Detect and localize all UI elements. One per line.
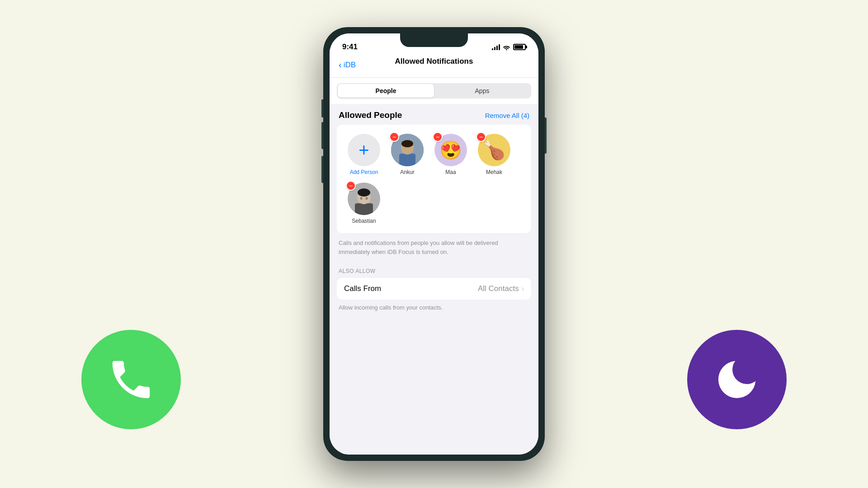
person-sebastian[interactable]: −	[346, 183, 382, 224]
add-person-item[interactable]: + Add Person	[346, 134, 382, 175]
ankur-avatar-wrap: −	[391, 134, 424, 166]
allowed-description: Calls and notifications from people you …	[330, 233, 538, 263]
phone-frame: 9:41	[323, 27, 545, 461]
chevron-right-icon: ›	[522, 285, 524, 293]
status-time: 9:41	[342, 42, 358, 52]
chevron-left-icon: ‹	[339, 60, 342, 70]
ankur-minus-icon: −	[390, 133, 398, 141]
mehak-name: Mehak	[486, 169, 502, 175]
ankur-name: Ankur	[400, 169, 414, 175]
maa-minus-icon: −	[434, 133, 442, 141]
signal-bars	[492, 44, 500, 50]
mehak-avatar-wrap: − 🍗	[478, 134, 510, 166]
side-button-vol-down	[321, 156, 323, 183]
battery-icon	[513, 44, 526, 50]
svg-point-8	[360, 197, 363, 200]
side-button-silent	[321, 99, 323, 116]
maa-avatar-wrap: − 😍	[434, 134, 467, 166]
sebastian-avatar-wrap: −	[348, 183, 380, 215]
svg-point-9	[366, 197, 368, 200]
also-allow-header: ALSO ALLOW	[330, 263, 538, 278]
signal-bar-1	[492, 48, 493, 50]
plus-icon: +	[359, 141, 369, 159]
sebastian-minus-icon: −	[347, 182, 355, 190]
phone-icon	[106, 355, 156, 404]
signal-bar-4	[499, 44, 500, 50]
section-header: Allowed People Remove All (4)	[330, 104, 538, 125]
person-ankur[interactable]: −	[389, 134, 425, 175]
add-person-label: Add Person	[350, 169, 378, 175]
left-decorative-circle	[81, 330, 181, 429]
svg-rect-1	[399, 154, 415, 166]
svg-point-7	[358, 188, 370, 197]
nav-bar: ‹ iDB Allowed Notifications	[330, 56, 538, 78]
svg-point-3	[401, 140, 413, 147]
right-decorative-circle	[687, 330, 787, 429]
calls-from-value-group: All Contacts ›	[478, 284, 524, 293]
person-maa[interactable]: − 😍 Maa	[433, 134, 469, 175]
calls-from-label: Calls From	[344, 284, 381, 293]
mehak-minus-icon: −	[477, 133, 485, 141]
section-title: Allowed People	[339, 110, 402, 120]
nav-title: Allowed Notifications	[395, 57, 473, 66]
mehak-minus-badge[interactable]: −	[476, 132, 486, 142]
segment-people[interactable]: People	[338, 84, 434, 98]
back-label: iDB	[344, 61, 356, 70]
svg-rect-5	[355, 203, 373, 215]
signal-bar-3	[496, 46, 498, 50]
segment-control: People Apps	[330, 78, 538, 104]
settings-row: Calls From All Contacts ›	[337, 278, 531, 300]
notch	[400, 33, 468, 47]
ankur-minus-badge[interactable]: −	[389, 132, 399, 142]
segment-inner: People Apps	[337, 83, 531, 99]
side-button-power	[545, 117, 547, 154]
maa-minus-badge[interactable]: −	[433, 132, 443, 142]
people-card: + Add Person −	[337, 125, 531, 233]
wifi-icon	[503, 44, 510, 50]
content-area: Allowed People Remove All (4) + Add Pers…	[330, 104, 538, 455]
calls-from-row[interactable]: Calls From All Contacts ›	[337, 278, 531, 300]
add-person-avatar-wrap: +	[348, 134, 380, 166]
status-icons	[492, 44, 526, 50]
back-button[interactable]: ‹ iDB	[339, 60, 356, 70]
sebastian-minus-badge[interactable]: −	[346, 181, 356, 191]
sebastian-name: Sebastian	[352, 218, 376, 224]
battery-fill	[514, 45, 523, 49]
signal-bar-2	[494, 47, 495, 50]
add-person-avatar: +	[348, 134, 380, 166]
phone-screen: 9:41	[330, 33, 538, 455]
remove-all-button[interactable]: Remove All (4)	[485, 112, 529, 119]
segment-apps[interactable]: Apps	[434, 84, 530, 98]
people-grid: + Add Person −	[346, 134, 522, 175]
side-button-vol-up	[321, 122, 323, 149]
people-grid-row2: −	[346, 183, 522, 224]
calls-from-value: All Contacts	[478, 284, 519, 293]
person-mehak[interactable]: − 🍗 Mehak	[476, 134, 512, 175]
moon-icon	[712, 355, 762, 404]
maa-name: Maa	[445, 169, 456, 175]
calls-description: Allow incoming calls from your contacts.	[330, 300, 538, 319]
